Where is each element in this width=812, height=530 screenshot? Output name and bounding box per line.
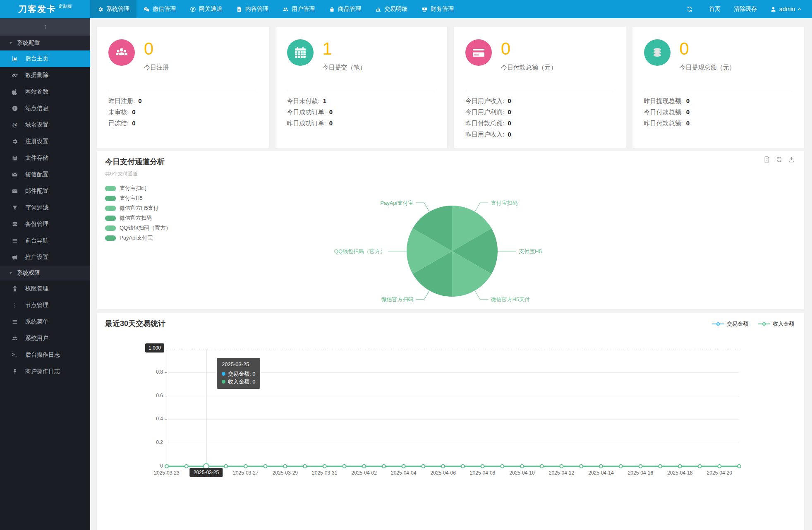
data-view-icon[interactable] [763,156,770,163]
x-axis-pointer-label: 2025-03-25 [190,468,223,477]
link-icon [12,72,18,79]
user-menu[interactable]: admin [764,0,809,18]
legend-item-income-amount[interactable]: 收入金额 [758,320,794,328]
refresh-button[interactable] [680,0,702,18]
home-link[interactable]: 首页 [702,0,727,18]
data-point[interactable] [303,465,307,468]
users-icon [12,335,18,342]
app-title: 刀客发卡 [18,3,56,15]
download-icon[interactable] [788,156,795,163]
money-icon [422,6,428,12]
refresh-icon[interactable] [776,156,783,163]
clear-cache-label: 清除缓存 [734,5,757,13]
data-point[interactable] [185,465,188,468]
sidebar-item-sms-config[interactable]: 短信配置 [0,166,90,183]
sidebar-item-system-users[interactable]: 系统用户 [0,330,90,347]
bullhorn-icon [12,254,18,261]
bar-chart-icon [375,6,381,12]
data-point[interactable] [599,465,603,468]
sidebar-collapse-strip[interactable] [0,18,90,36]
data-point[interactable] [639,465,642,468]
data-point[interactable] [659,465,662,468]
sidebar-item-label: 推广设置 [25,254,48,261]
data-point[interactable] [224,465,228,468]
stat-row: 今日用户收入:0 [465,95,614,106]
sidebar-group-system-config[interactable]: 系统配置 [0,36,90,50]
sidebar-item-label: 注册设置 [25,138,48,145]
tab-trade[interactable]: 交易明细 [368,0,414,18]
legend-item[interactable]: 支付宝H5 [105,193,796,203]
legend-item-trade-amount[interactable]: 交易金额 [712,320,748,328]
data-point[interactable] [283,465,287,468]
data-point[interactable] [678,465,682,468]
data-point[interactable] [481,465,484,468]
bars-icon [12,319,18,325]
data-point[interactable] [264,465,267,468]
stat-card-today-submit: 1 今日提交（笔） 今日未付款:1 今日成功订单:0 昨日成功订单:0 [275,27,448,148]
data-point[interactable] [244,465,247,468]
data-point[interactable] [323,465,326,468]
legend-swatch [105,206,116,211]
tab-wechat[interactable]: 微信管理 [137,0,183,18]
pay-channel-panel: 今日支付通道分析 共6个支付通道 支付宝扫码 支付宝H5 微信官方H5支付 微信… [97,151,804,309]
apple-icon [12,89,18,95]
data-point[interactable] [402,465,405,468]
ellipsis-v-icon [12,302,18,309]
data-point[interactable] [560,465,563,468]
tab-system[interactable]: 系统管理 [90,0,137,18]
sidebar-item-node-management[interactable]: 节点管理 [0,297,90,314]
sidebar-item-site-info[interactable]: 站点信息 [0,100,90,117]
sidebar-item-dashboard-home[interactable]: 后台主页 [0,50,90,67]
sidebar-item-data-delete[interactable]: 数据删除 [0,67,90,84]
data-point[interactable] [718,465,721,468]
sidebar-item-front-nav[interactable]: 前台导航 [0,233,90,249]
sidebar-item-mail-config[interactable]: 邮件配置 [0,183,90,199]
sidebar-item-system-menu[interactable]: 系统菜单 [0,314,90,330]
sidebar-item-permission-management[interactable]: 权限管理 [0,281,90,297]
data-point[interactable] [362,465,366,468]
data-point[interactable] [422,465,425,468]
data-point[interactable] [165,465,168,468]
data-point[interactable] [580,465,583,468]
sidebar-item-merchant-operation-log[interactable]: 商户操作日志 [0,363,90,380]
data-point[interactable] [343,465,346,468]
legend-swatch [105,216,116,221]
x-axis-label: 2025-03-31 [312,470,337,476]
stat-row: 昨日提现总额:0 [644,95,793,106]
data-point[interactable] [461,465,465,468]
sidebar-item-register-settings[interactable]: 注册设置 [0,133,90,150]
tab-user[interactable]: 用户管理 [275,0,322,18]
sidebar-group-system-permission[interactable]: 系统权限 [0,266,90,281]
tab-gateway[interactable]: 网关通道 [183,0,229,18]
sidebar-item-promotion-settings[interactable]: 推广设置 [0,249,90,266]
sidebar-item-domain-settings[interactable]: 域名设置 [0,117,90,133]
tab-finance[interactable]: 财务管理 [414,0,461,18]
sidebar-item-admin-operation-log[interactable]: 后台操作日志 [0,347,90,363]
data-point[interactable] [738,465,741,468]
tab-label: 内容管理 [245,5,268,13]
credit-card-icon [465,39,492,66]
sidebar-item-site-params[interactable]: 网站参数 [0,84,90,100]
sidebar-group-label: 系统权限 [17,269,40,277]
filter-icon [12,204,18,211]
data-point[interactable] [382,465,386,468]
data-point[interactable] [501,465,504,468]
sidebar-item-file-storage[interactable]: 文件存储 [0,150,90,166]
shopping-bag-icon [329,6,335,12]
legend-item[interactable]: 支付宝扫码 [105,183,796,193]
data-point[interactable] [619,465,623,468]
legend-swatch [105,225,116,231]
data-point[interactable] [520,465,524,468]
legend-line [758,324,770,324]
tab-goods[interactable]: 商品管理 [322,0,368,18]
bars-icon [12,237,18,244]
clear-cache-button[interactable]: 清除缓存 [727,0,764,18]
sidebar-item-word-filter[interactable]: 字词过滤 [0,199,90,216]
sidebar-item-backup-management[interactable]: 备份管理 [0,216,90,233]
app-logo[interactable]: 刀客发卡 定制版 [0,0,90,18]
stat-row: 今日未付款:1 [287,95,436,106]
data-point[interactable] [540,465,544,468]
data-point[interactable] [441,465,445,468]
data-point[interactable] [698,465,702,468]
tab-content[interactable]: 内容管理 [229,0,275,18]
